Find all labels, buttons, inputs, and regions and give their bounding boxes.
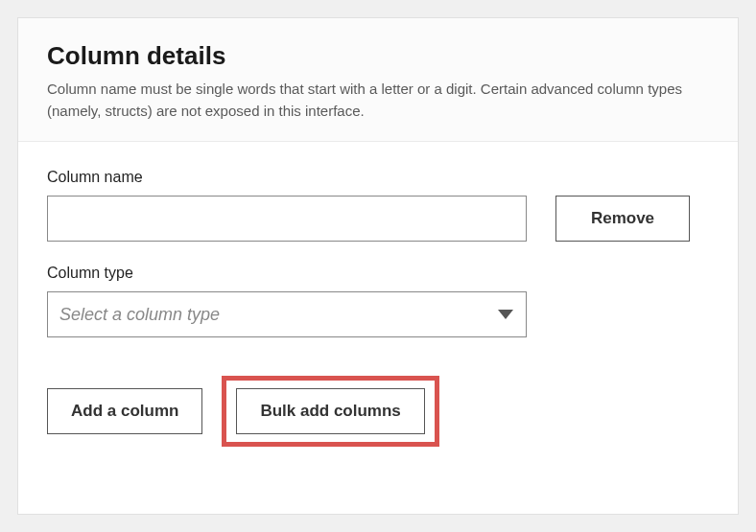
column-type-select[interactable]: Select a column type <box>47 291 527 337</box>
panel-body: Column name Remove Column type Select a … <box>18 142 738 514</box>
column-details-panel: Column details Column name must be singl… <box>17 17 739 515</box>
column-name-group: Column name <box>47 169 527 242</box>
panel-description: Column name must be single words that st… <box>47 79 709 122</box>
column-name-label: Column name <box>47 169 527 186</box>
column-type-select-wrap: Select a column type <box>47 291 527 337</box>
actions-row: Add a column Bulk add columns <box>47 376 709 447</box>
highlight-box: Bulk add columns <box>222 376 438 447</box>
column-type-label: Column type <box>47 265 527 282</box>
column-name-input[interactable] <box>47 196 527 242</box>
bulk-add-columns-button[interactable]: Bulk add columns <box>236 388 424 434</box>
remove-button[interactable]: Remove <box>555 196 690 242</box>
panel-title: Column details <box>47 41 709 71</box>
add-column-button[interactable]: Add a column <box>47 388 202 434</box>
column-type-group: Column type Select a column type <box>47 265 527 337</box>
column-type-placeholder: Select a column type <box>59 305 220 325</box>
panel-header: Column details Column name must be singl… <box>18 18 738 142</box>
column-name-row: Column name Remove <box>47 169 709 242</box>
